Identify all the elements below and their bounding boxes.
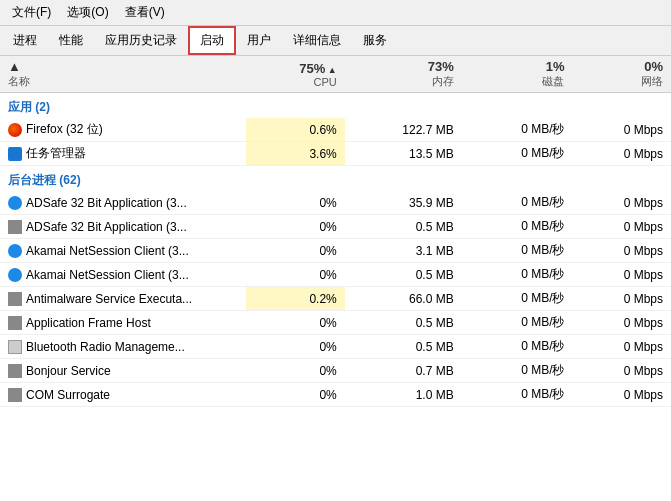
cpu-value: 0% <box>246 359 344 383</box>
memory-value: 3.1 MB <box>345 239 462 263</box>
app-icon <box>8 147 22 161</box>
tab-app-history[interactable]: 应用历史记录 <box>94 27 188 54</box>
process-name: Bonjour Service <box>0 359 246 383</box>
col-cpu[interactable]: 75% CPU <box>246 56 344 93</box>
cpu-value: 0% <box>246 239 344 263</box>
network-value: 0 Mbps <box>572 311 671 335</box>
menu-file[interactable]: 文件(F) <box>4 2 59 23</box>
process-table-area[interactable]: ▲ 名称 75% CPU 73% 内存 1% 磁盘 <box>0 56 671 501</box>
memory-value: 0.7 MB <box>345 359 462 383</box>
table-row[interactable]: Application Frame Host0%0.5 MB0 MB/秒0 Mb… <box>0 311 671 335</box>
cpu-value: 3.6% <box>246 142 344 166</box>
disk-value: 0 MB/秒 <box>462 142 573 166</box>
menu-options[interactable]: 选项(O) <box>59 2 116 23</box>
process-name: 任务管理器 <box>0 142 246 166</box>
table-row[interactable]: Akamai NetSession Client (3...0%3.1 MB0 … <box>0 239 671 263</box>
network-value: 0 Mbps <box>572 383 671 407</box>
cpu-value: 0% <box>246 335 344 359</box>
process-name: Application Frame Host <box>0 311 246 335</box>
col-memory[interactable]: 73% 内存 <box>345 56 462 93</box>
process-name: Firefox (32 位) <box>0 118 246 142</box>
app-icon <box>8 292 22 306</box>
memory-value: 13.5 MB <box>345 142 462 166</box>
memory-value: 66.0 MB <box>345 287 462 311</box>
col-network[interactable]: 0% 网络 <box>572 56 671 93</box>
table-row[interactable]: ADSafe 32 Bit Application (3...0%35.9 MB… <box>0 191 671 215</box>
cpu-value: 0.2% <box>246 287 344 311</box>
app-icon <box>8 220 22 234</box>
memory-value: 0.5 MB <box>345 335 462 359</box>
disk-value: 0 MB/秒 <box>462 263 573 287</box>
disk-value: 0 MB/秒 <box>462 335 573 359</box>
disk-value: 0 MB/秒 <box>462 359 573 383</box>
col-disk[interactable]: 1% 磁盘 <box>462 56 573 93</box>
disk-value: 0 MB/秒 <box>462 287 573 311</box>
process-name: Antimalware Service Executa... <box>0 287 246 311</box>
main-area: ▲ 名称 75% CPU 73% 内存 1% 磁盘 <box>0 56 671 501</box>
app-icon <box>8 340 22 354</box>
firefox-icon <box>8 123 22 137</box>
app-icon <box>8 364 22 378</box>
memory-value: 0.5 MB <box>345 311 462 335</box>
memory-value: 0.5 MB <box>345 215 462 239</box>
cpu-value: 0% <box>246 311 344 335</box>
menu-view[interactable]: 查看(V) <box>117 2 173 23</box>
column-headers: ▲ 名称 75% CPU 73% 内存 1% 磁盘 <box>0 56 671 93</box>
process-table: ▲ 名称 75% CPU 73% 内存 1% 磁盘 <box>0 56 671 407</box>
cpu-value: 0.6% <box>246 118 344 142</box>
network-value: 0 Mbps <box>572 118 671 142</box>
app-icon <box>8 316 22 330</box>
network-value: 0 Mbps <box>572 263 671 287</box>
table-row[interactable]: COM Surrogate0%1.0 MB0 MB/秒0 Mbps <box>0 383 671 407</box>
table-row[interactable]: Bonjour Service0%0.7 MB0 MB/秒0 Mbps <box>0 359 671 383</box>
tab-services[interactable]: 服务 <box>352 27 398 54</box>
tab-processes[interactable]: 进程 <box>2 27 48 54</box>
disk-value: 0 MB/秒 <box>462 215 573 239</box>
network-value: 0 Mbps <box>572 335 671 359</box>
memory-value: 122.7 MB <box>345 118 462 142</box>
network-value: 0 Mbps <box>572 239 671 263</box>
app-icon <box>8 268 22 282</box>
table-row[interactable]: Firefox (32 位)0.6%122.7 MB0 MB/秒0 Mbps <box>0 118 671 142</box>
tab-startup[interactable]: 启动 <box>188 26 236 55</box>
disk-value: 0 MB/秒 <box>462 383 573 407</box>
network-value: 0 Mbps <box>572 215 671 239</box>
memory-value: 1.0 MB <box>345 383 462 407</box>
table-row[interactable]: ADSafe 32 Bit Application (3...0%0.5 MB0… <box>0 215 671 239</box>
process-name: COM Surrogate <box>0 383 246 407</box>
tab-users[interactable]: 用户 <box>236 27 282 54</box>
app-icon <box>8 244 22 258</box>
disk-value: 0 MB/秒 <box>462 239 573 263</box>
network-value: 0 Mbps <box>572 191 671 215</box>
app-icon <box>8 388 22 402</box>
table-row[interactable]: 任务管理器3.6%13.5 MB0 MB/秒0 Mbps <box>0 142 671 166</box>
disk-value: 0 MB/秒 <box>462 191 573 215</box>
disk-value: 0 MB/秒 <box>462 118 573 142</box>
group-header: 应用 (2) <box>0 93 671 119</box>
col-name[interactable]: ▲ 名称 <box>0 56 246 93</box>
cpu-value: 0% <box>246 191 344 215</box>
cpu-value: 0% <box>246 383 344 407</box>
tab-bar: 进程 性能 应用历史记录 启动 用户 详细信息 服务 <box>0 26 671 56</box>
cpu-value: 0% <box>246 215 344 239</box>
tab-performance[interactable]: 性能 <box>48 27 94 54</box>
tab-details[interactable]: 详细信息 <box>282 27 352 54</box>
table-row[interactable]: Bluetooth Radio Manageme...0%0.5 MB0 MB/… <box>0 335 671 359</box>
process-name: ADSafe 32 Bit Application (3... <box>0 215 246 239</box>
memory-value: 35.9 MB <box>345 191 462 215</box>
table-row[interactable]: Antimalware Service Executa...0.2%66.0 M… <box>0 287 671 311</box>
cpu-value: 0% <box>246 263 344 287</box>
process-name: Akamai NetSession Client (3... <box>0 263 246 287</box>
network-value: 0 Mbps <box>572 142 671 166</box>
process-name: Bluetooth Radio Manageme... <box>0 335 246 359</box>
menu-bar: 文件(F) 选项(O) 查看(V) <box>0 0 671 26</box>
process-name: ADSafe 32 Bit Application (3... <box>0 191 246 215</box>
network-value: 0 Mbps <box>572 287 671 311</box>
table-row[interactable]: Akamai NetSession Client (3...0%0.5 MB0 … <box>0 263 671 287</box>
disk-value: 0 MB/秒 <box>462 311 573 335</box>
memory-value: 0.5 MB <box>345 263 462 287</box>
network-value: 0 Mbps <box>572 359 671 383</box>
group-header: 后台进程 (62) <box>0 166 671 192</box>
app-icon <box>8 196 22 210</box>
process-name: Akamai NetSession Client (3... <box>0 239 246 263</box>
